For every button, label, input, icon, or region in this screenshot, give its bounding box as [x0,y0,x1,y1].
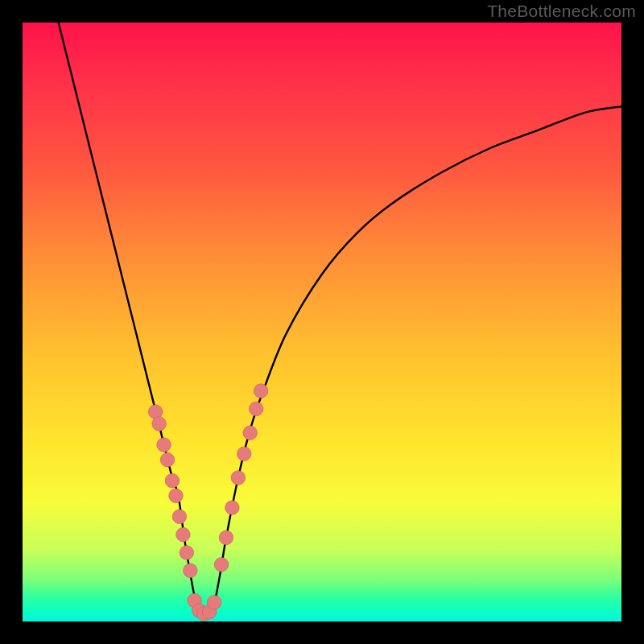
data-marker [165,473,180,488]
data-marker [249,402,263,416]
data-marker [184,564,198,578]
data-marker [176,527,191,542]
data-marker [160,452,175,467]
chart-frame: TheBottleneck.com [0,0,644,644]
data-marker [219,530,233,545]
data-markers [148,384,268,621]
plot-area [23,23,621,621]
data-marker [180,546,194,560]
data-marker [152,417,167,431]
data-marker [231,471,246,485]
data-marker [169,489,184,503]
data-marker [225,501,240,515]
data-marker [157,438,171,452]
data-marker [237,447,251,461]
data-marker [172,510,187,524]
data-marker [243,426,258,440]
watermark-text: TheBottleneck.com [487,2,636,21]
data-marker [207,595,221,609]
bottleneck-curve [59,23,621,617]
data-marker [254,384,268,398]
data-marker [214,558,229,572]
chart-svg [23,23,621,621]
